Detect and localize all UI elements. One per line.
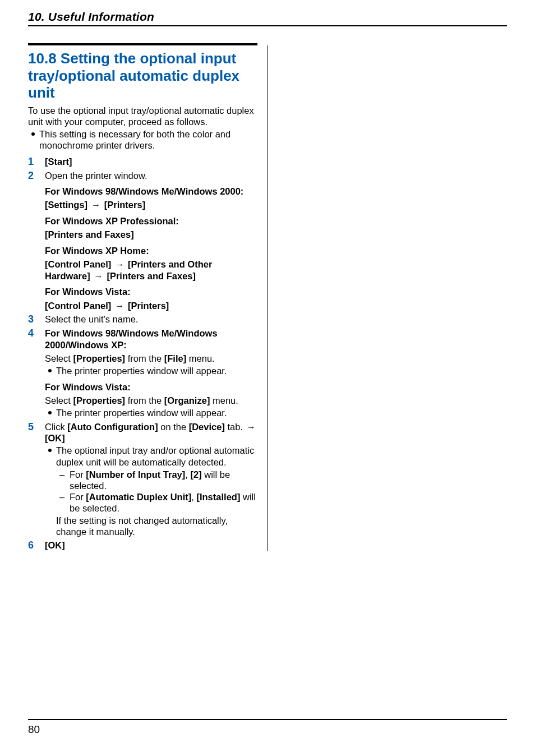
ui-printers-faxes: Printers and Faxes	[48, 229, 131, 239]
step-number: 1	[28, 156, 36, 168]
ui-printers: Printers	[107, 200, 142, 210]
arrow-icon: →	[114, 301, 126, 311]
win98-path: [Settings] → [Printers]	[45, 199, 257, 210]
step-2-text: Open the printer window.	[45, 170, 147, 181]
intro-text: To use the optional input tray/optional …	[28, 105, 257, 127]
step-1: 1 [Start]	[28, 156, 257, 168]
steps-list: 1 [Start] 2 Open the printer window. For…	[28, 156, 257, 552]
step-number: 6	[28, 540, 36, 551]
xph-path: [Control Panel] → [Printers and Other Ha…	[45, 259, 257, 282]
vista-heading: For Windows Vista:	[45, 286, 257, 297]
step5-bullets: The optional input tray and/or optional …	[45, 445, 257, 537]
ui-properties: Properties	[76, 353, 122, 363]
ui-file: File	[167, 353, 183, 363]
step-5: 5 Click [Auto Configuration] on the [Dev…	[28, 421, 257, 538]
right-column	[268, 43, 508, 551]
bracket-close: ]	[69, 156, 72, 167]
step5-dash-list: For [Number of Input Tray], [2] will be …	[56, 469, 257, 514]
ui-ok-2: OK	[48, 540, 62, 550]
footer: 80	[28, 719, 507, 736]
step4-bullets2: The printer properties window will appea…	[45, 407, 257, 418]
xpp-heading: For Windows XP Professional:	[45, 215, 257, 227]
ui-organize: Organize	[167, 395, 207, 405]
xph-block: For Windows XP Home: [Control Panel] → […	[45, 245, 257, 282]
step4-bullet: The printer properties window will appea…	[45, 365, 257, 376]
ui-auto-duplex: Automatic Duplex Unit	[89, 492, 188, 502]
intro-bullet-item: This setting is necessary for both the c…	[28, 128, 257, 151]
txt: menu.	[210, 395, 238, 405]
columns: 10.8 Setting the optional input tray/opt…	[28, 43, 507, 551]
txt: on the	[158, 422, 189, 432]
step-3: 3 Select the unit's name.	[28, 314, 257, 325]
step4-bullets1: The printer properties window will appea…	[45, 365, 257, 376]
step4-heading2: For Windows Vista:	[45, 381, 257, 393]
step-body: For Windows 98/Windows Me/Windows 2000/W…	[45, 328, 257, 419]
arrow-icon: →	[114, 259, 126, 269]
xph-heading: For Windows XP Home:	[45, 245, 257, 256]
arrow-icon: →	[246, 422, 257, 432]
footer-rule	[28, 719, 507, 720]
step4-select2: Select [Properties] from the [Organize] …	[45, 395, 257, 406]
ui-control-panel: Control Panel	[48, 259, 108, 269]
intro-bullets: This setting is necessary for both the c…	[28, 128, 257, 151]
step-number: 4	[28, 328, 36, 419]
step-body: [OK]	[45, 540, 257, 551]
step5-line: Click [Auto Configuration] on the [Devic…	[45, 421, 257, 444]
arrow-icon: →	[90, 200, 102, 210]
xpp-block: For Windows XP Professional: [Printers a…	[45, 215, 257, 241]
step4-bullet-2: The printer properties window will appea…	[45, 407, 257, 418]
ui-control-panel-2: Control Panel	[48, 301, 108, 311]
vista-block: For Windows Vista: [Control Panel] → [Pr…	[45, 286, 257, 311]
step5-bullet: The optional input tray and/or optional …	[45, 445, 257, 537]
txt: menu.	[186, 353, 214, 363]
chapter-title: 10. Useful Information	[28, 10, 507, 24]
step-2: 2 Open the printer window. For Windows 9…	[28, 170, 257, 312]
ui-ok: OK	[48, 433, 62, 443]
ui-start: Start	[48, 156, 70, 167]
dash-item-2: For [Automatic Duplex Unit], [Installed]…	[56, 491, 257, 514]
txt: from the	[125, 395, 164, 405]
ui-num-input-tray: Number of Input Tray	[89, 469, 182, 480]
txt: For	[70, 492, 86, 502]
page: 10. Useful Information 10.8 Setting the …	[0, 0, 535, 756]
step4-select1: Select [Properties] from the [File] menu…	[45, 353, 257, 364]
step-body: Open the printer window. For Windows 98/…	[45, 170, 257, 312]
left-column: 10.8 Setting the optional input tray/opt…	[28, 43, 268, 551]
step5-note: If the setting is not changed automatica…	[56, 515, 257, 537]
section-title: 10.8 Setting the optional input tray/opt…	[28, 50, 257, 102]
txt: from the	[125, 353, 164, 363]
page-number: 80	[28, 723, 507, 736]
ui-properties-2: Properties	[76, 395, 122, 405]
dash-item-1: For [Number of Input Tray], [2] will be …	[56, 469, 257, 491]
step-4: 4 For Windows 98/Windows Me/Windows 2000…	[28, 328, 257, 419]
step-body: [Start]	[45, 156, 257, 168]
txt: tab.	[225, 422, 246, 432]
step-6: 6 [OK]	[28, 540, 257, 551]
ui-installed: Installed	[200, 492, 237, 502]
ui-device: Device	[192, 422, 222, 432]
win98-heading: For Windows 98/Windows Me/Windows 2000:	[45, 186, 257, 197]
step4-heading1: For Windows 98/Windows Me/Windows 2000/W…	[45, 328, 257, 351]
win98-block: For Windows 98/Windows Me/Windows 2000: …	[45, 186, 257, 211]
txt: Select	[45, 353, 73, 363]
step-number: 5	[28, 421, 36, 538]
ui-two: 2	[193, 469, 199, 480]
header-rule	[28, 25, 507, 26]
txt: The optional input tray and/or optional …	[56, 445, 254, 467]
step4-vista-block: For Windows Vista: Select [Properties] f…	[45, 381, 257, 419]
ui-settings: Settings	[48, 200, 85, 210]
step-number: 2	[28, 170, 36, 312]
arrow-icon: →	[93, 271, 104, 281]
step-body: Click [Auto Configuration] on the [Devic…	[45, 421, 257, 538]
section-rule	[28, 43, 257, 45]
txt: Select	[45, 395, 73, 405]
step-body: Select the unit's name.	[45, 314, 257, 325]
vista-path: [Control Panel] → [Printers]	[45, 300, 257, 311]
ui-auto-config: Auto Configuration	[71, 422, 155, 432]
xpp-path: [Printers and Faxes]	[45, 229, 257, 240]
ui-printers-faxes-2: Printers and Faxes	[110, 271, 193, 281]
txt: Click	[45, 422, 67, 432]
step-number: 3	[28, 314, 36, 325]
txt: For	[70, 469, 86, 480]
ui-printers-2: Printers	[131, 301, 165, 311]
